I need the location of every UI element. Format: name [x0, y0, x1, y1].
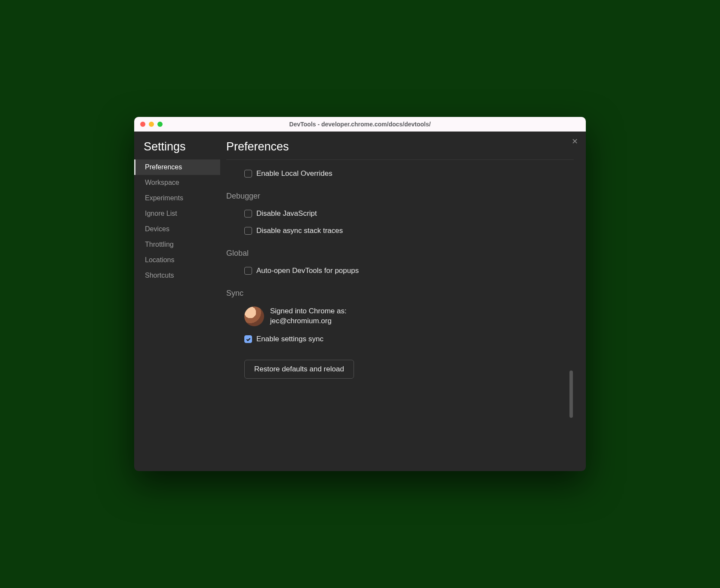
- sidebar-item-label: Devices: [145, 225, 169, 233]
- sidebar-item-devices[interactable]: Devices: [134, 221, 220, 237]
- avatar: [244, 306, 264, 326]
- sidebar-item-workspace[interactable]: Workspace: [134, 175, 220, 190]
- sidebar-item-locations[interactable]: Locations: [134, 252, 220, 268]
- restore-defaults-button[interactable]: Restore defaults and reload: [244, 360, 354, 379]
- minimize-window-button[interactable]: [149, 122, 154, 127]
- sidebar-item-label: Preferences: [145, 163, 182, 171]
- section-debugger: Debugger: [226, 192, 574, 201]
- maximize-window-button[interactable]: [157, 122, 163, 127]
- section-sync: Sync: [226, 289, 574, 298]
- sidebar-item-label: Ignore List: [145, 210, 177, 217]
- sidebar: Settings Preferences Workspace Experimen…: [134, 132, 220, 471]
- sidebar-item-ignore-list[interactable]: Ignore List: [134, 206, 220, 221]
- checkbox-icon[interactable]: [244, 335, 252, 343]
- sidebar-item-label: Shortcuts: [145, 272, 174, 279]
- settings-content: ✕ Settings Preferences Workspace Experim…: [134, 132, 586, 471]
- sidebar-item-label: Workspace: [145, 179, 179, 186]
- option-label: Auto-open DevTools for popups: [256, 266, 359, 275]
- sidebar-item-label: Experiments: [145, 194, 183, 202]
- sidebar-item-label: Throttling: [145, 241, 174, 248]
- traffic-lights: [140, 122, 163, 127]
- sidebar-item-throttling[interactable]: Throttling: [134, 237, 220, 252]
- close-window-button[interactable]: [140, 122, 145, 127]
- sync-account-text: Signed into Chrome as: jec@chromium.org: [270, 306, 347, 326]
- option-label: Disable async stack traces: [256, 227, 343, 235]
- checkbox-icon[interactable]: [244, 227, 252, 235]
- sidebar-item-shortcuts[interactable]: Shortcuts: [134, 268, 220, 283]
- signed-in-label: Signed into Chrome as:: [270, 306, 347, 316]
- option-auto-open-devtools-popups[interactable]: Auto-open DevTools for popups: [226, 262, 574, 279]
- sidebar-item-experiments[interactable]: Experiments: [134, 190, 220, 206]
- sidebar-title: Settings: [134, 140, 220, 159]
- sidebar-item-label: Locations: [145, 256, 175, 263]
- option-enable-local-overrides[interactable]: Enable Local Overrides: [226, 165, 574, 182]
- preferences-scroll-area[interactable]: Enable Local Overrides Debugger Disable …: [226, 159, 574, 462]
- section-global: Global: [226, 249, 574, 258]
- checkbox-icon[interactable]: [244, 170, 252, 178]
- preferences-panel: Preferences Enable Local Overrides Debug…: [220, 132, 586, 471]
- scrollbar-thumb[interactable]: [569, 371, 573, 418]
- checkbox-icon[interactable]: [244, 210, 252, 217]
- panel-title: Preferences: [226, 140, 574, 159]
- option-label: Disable JavaScript: [256, 209, 317, 218]
- sync-account-row: Signed into Chrome as: jec@chromium.org: [226, 302, 574, 331]
- close-icon[interactable]: ✕: [572, 137, 578, 146]
- sidebar-item-preferences[interactable]: Preferences: [134, 159, 220, 175]
- signed-in-email: jec@chromium.org: [270, 316, 347, 326]
- titlebar: DevTools - developer.chrome.com/docs/dev…: [134, 117, 586, 132]
- checkbox-icon[interactable]: [244, 267, 252, 275]
- devtools-settings-window: DevTools - developer.chrome.com/docs/dev…: [134, 117, 586, 471]
- window-title: DevTools - developer.chrome.com/docs/dev…: [134, 121, 586, 128]
- option-disable-async-stack-traces[interactable]: Disable async stack traces: [226, 222, 574, 239]
- option-disable-javascript[interactable]: Disable JavaScript: [226, 205, 574, 222]
- option-enable-settings-sync[interactable]: Enable settings sync: [226, 331, 574, 348]
- option-label: Enable Local Overrides: [256, 169, 332, 178]
- option-label: Enable settings sync: [256, 335, 323, 343]
- button-label: Restore defaults and reload: [254, 365, 344, 373]
